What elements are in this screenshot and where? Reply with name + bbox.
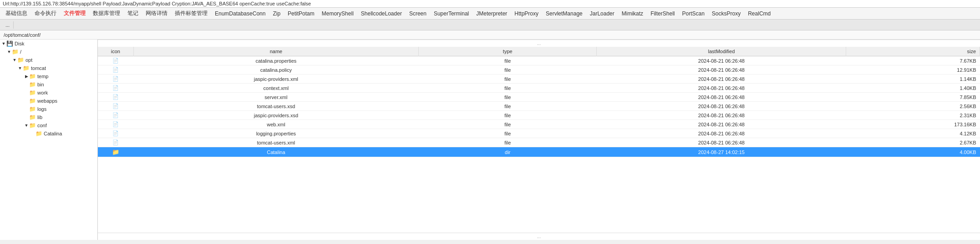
tree-label-temp: temp [37, 74, 48, 79]
file-icon-cell: 📄 [98, 138, 133, 147]
file-name[interactable]: web.xml [133, 120, 418, 129]
table-row[interactable]: 📄jaspic-providers.xmlfile2024-08-21 06:2… [98, 75, 980, 84]
file-name[interactable]: catalina.properties [133, 56, 418, 65]
file-name[interactable]: tomcat-users.xml [133, 138, 418, 147]
tree-item-logs[interactable]: 📁 logs [0, 105, 97, 113]
tree-label-conf: conf [37, 123, 47, 128]
menu-Zip[interactable]: Zip [269, 9, 284, 18]
menu-HttpProxy[interactable]: HttpProxy [511, 9, 542, 18]
col-header-name: name [133, 47, 418, 56]
menu-MemoryShell[interactable]: MemoryShell [318, 9, 357, 18]
file-icon-cell: 📄 [98, 93, 133, 102]
main-layout: ▼ 💾 Disk ▼ 📁 / ▼ 📁 opt ▼ 📁 tomcat ▶ 📁 te… [0, 40, 980, 240]
table-row[interactable]: 📄tomcat-users.xsdfile2024-08-21 06:26:48… [98, 102, 980, 111]
file-type: file [419, 93, 597, 102]
tree-item-webapps[interactable]: 📁 webapps [0, 97, 97, 105]
table-row[interactable]: 📄tomcat-users.xmlfile2024-08-21 06:26:48… [98, 138, 980, 147]
file-table-container[interactable]: icon name type lastModified size 📄catali… [98, 47, 980, 233]
folder-icon-webapps: 📁 [29, 98, 36, 104]
menu-Mimikatz[interactable]: Mimikatz [618, 9, 647, 18]
file-size: 2.31KB [846, 111, 980, 120]
tree-item-tomcat[interactable]: ▼ 📁 tomcat [0, 64, 97, 72]
file-icon-cell: 📄 [98, 65, 133, 75]
file-modified: 2024-08-21 06:26:48 [597, 111, 846, 120]
tree-item-bin[interactable]: 📁 bin [0, 80, 97, 89]
tree-item-opt[interactable]: ▼ 📁 opt [0, 56, 97, 64]
tree-item-work[interactable]: 📁 work [0, 89, 97, 97]
tree-item-catalina[interactable]: 📁 Catalina [0, 129, 97, 138]
file-modified: 2024-08-21 06:26:48 [597, 65, 846, 75]
menu-FilterShell[interactable]: FilterShell [647, 9, 678, 18]
file-table: icon name type lastModified size 📄catali… [98, 47, 980, 157]
menu-EnumDatabaseConn[interactable]: EnumDatabaseConn [211, 9, 269, 18]
sidebar: ▼ 💾 Disk ▼ 📁 / ▼ 📁 opt ▼ 📁 tomcat ▶ 📁 te… [0, 40, 98, 240]
file-name[interactable]: jaspic-providers.xsd [133, 111, 418, 120]
file-name[interactable]: context.xml [133, 84, 418, 93]
menu-网络详情[interactable]: 网络详情 [142, 8, 171, 19]
file-type: file [419, 120, 597, 129]
menu-文件管理[interactable]: 文件管理 [60, 8, 89, 19]
file-name[interactable]: server.xml [133, 93, 418, 102]
menu-Screen[interactable]: Screen [406, 9, 430, 18]
file-name[interactable]: jaspic-providers.xml [133, 75, 418, 84]
table-row[interactable]: 📄catalina.propertiesfile2024-08-21 06:26… [98, 56, 980, 65]
file-size: 4.12KB [846, 129, 980, 138]
tree-label-logs: logs [37, 106, 46, 112]
menu-ShellcodeLoader[interactable]: ShellcodeLoader [357, 9, 406, 18]
file-name[interactable]: logging.properties [133, 129, 418, 138]
table-row[interactable]: 📄server.xmlfile2024-08-21 06:26:487.85KB [98, 93, 980, 102]
menu-笔记[interactable]: 笔记 [124, 8, 142, 19]
table-row[interactable]: 📄logging.propertiesfile2024-08-21 06:26:… [98, 129, 980, 138]
menu-基础信息[interactable]: 基础信息 [2, 8, 31, 19]
menu-JarLoader[interactable]: JarLoader [586, 9, 618, 18]
table-row[interactable]: 📄catalina.policyfile2024-08-21 06:26:481… [98, 65, 980, 75]
menu-RealCmd[interactable]: RealCmd [744, 9, 774, 18]
menu-插件标签管理[interactable]: 插件标签管理 [171, 8, 211, 19]
tree-item-temp[interactable]: ▶ 📁 temp [0, 72, 97, 80]
menu-命令执行[interactable]: 命令执行 [31, 8, 60, 19]
file-type: file [419, 65, 597, 75]
tree-item-root[interactable]: ▼ 📁 / [0, 48, 97, 56]
expand-arrow-root: ▼ [6, 50, 12, 54]
menu-SuperTerminal[interactable]: SuperTerminal [430, 9, 472, 18]
menu-SocksProxy[interactable]: SocksProxy [708, 9, 744, 18]
file-type: file [419, 102, 597, 111]
file-size: 7.67KB [846, 56, 980, 65]
expand-arrow-disk: ▼ [1, 41, 6, 46]
file-size: 2.56KB [846, 102, 980, 111]
menu-数据库管理[interactable]: 数据库管理 [89, 8, 124, 19]
folder-icon-bin: 📁 [29, 81, 36, 88]
folder-icon: 📁 [112, 149, 119, 155]
table-row[interactable]: 📄context.xmlfile2024-08-21 06:26:481.40K… [98, 84, 980, 93]
file-name[interactable]: catalina.policy [133, 65, 418, 75]
col-header-icon: icon [98, 47, 133, 56]
col-header-type: type [419, 47, 597, 56]
expand-arrow-temp: ▶ [24, 74, 29, 79]
file-modified: 2024-08-27 14:02:15 [597, 147, 846, 157]
tree-item-disk[interactable]: ▼ 💾 Disk [0, 40, 97, 48]
file-icon: 📄 [112, 139, 119, 145]
menu-ServletManage[interactable]: ServletManage [542, 9, 586, 18]
menu-PetitPotam[interactable]: PetitPotam [284, 9, 318, 18]
table-row[interactable]: 📄web.xmlfile2024-08-21 06:26:48173.16KB [98, 120, 980, 129]
file-icon: 📄 [112, 112, 119, 118]
tab-bar: ... [0, 20, 980, 30]
menu-JMeterpreter[interactable]: JMeterpreter [472, 9, 511, 18]
file-icon-cell: 📄 [98, 102, 133, 111]
table-row[interactable]: 📁Catalinadir2024-08-27 14:02:154.00KB [98, 147, 980, 157]
tree-item-lib[interactable]: 📁 lib [0, 113, 97, 121]
expand-arrow-conf: ▼ [24, 123, 29, 128]
expand-arrow-opt: ▼ [12, 58, 17, 62]
menu-PortScan[interactable]: PortScan [678, 9, 708, 18]
tree-item-conf[interactable]: ▼ 📁 conf [0, 121, 97, 129]
folder-icon-conf: 📁 [29, 122, 36, 129]
url-bar: Url:http://139.155.126.78:38544/myapp/sh… [0, 0, 980, 8]
tree-label-catalina: Catalina [44, 131, 62, 136]
file-type: file [419, 84, 597, 93]
file-name[interactable]: Catalina [133, 147, 418, 157]
file-icon-cell: 📄 [98, 120, 133, 129]
file-name[interactable]: tomcat-users.xsd [133, 102, 418, 111]
tree-label-bin: bin [37, 82, 44, 87]
table-row[interactable]: 📄jaspic-providers.xsdfile2024-08-21 06:2… [98, 111, 980, 120]
file-icon: 📄 [112, 58, 119, 63]
